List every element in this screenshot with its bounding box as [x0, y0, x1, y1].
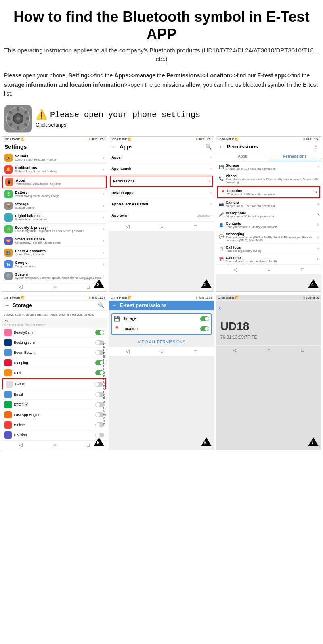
perm-messaging[interactable]: 💬 Messaging Read your messages (SMS or M… [216, 230, 321, 244]
screen4-description: Allows apps to access photos, media, and… [2, 311, 107, 319]
app-dianping[interactable]: Dianping [2, 358, 107, 368]
screen3-permissions: China Mobile 📶 🔋48% 11:58 ← Permissions … [216, 136, 321, 292]
apps-app-launch[interactable]: App launch › [109, 163, 214, 175]
settings-notifications[interactable]: 🔔 Notifications Badges, Lock screen noti… [2, 164, 107, 176]
screen5-navbar: ◁○□ [109, 347, 214, 356]
screen3-navbar: ◁○□ [216, 265, 321, 274]
app-etest[interactable]: E-test [2, 378, 106, 389]
screen4-storage: China Mobile 📶 🔋48% 11:58 ← Storage 🔍 Al… [2, 295, 107, 450]
app-email[interactable]: Email [2, 390, 107, 400]
page-header: How to find the Bluetooth symbol in E-Te… [0, 0, 323, 67]
app-hilives[interactable]: HiLives [2, 420, 107, 430]
perm-phone[interactable]: 📞 Phone Read device status and identity,… [216, 172, 321, 186]
storage-icon: 📦 [4, 202, 13, 210]
apps-appgallery-assistant[interactable]: AppGallery Assistant › [109, 199, 214, 210]
settings-gear-icon [4, 105, 32, 133]
settings-system[interactable]: ⚙️ System System navigation, Software up… [2, 270, 107, 282]
perm-microphone[interactable]: 🎤 Microphone 44 apps out of 95 have this… [216, 209, 321, 220]
screen1-settings: China Mobile 📶 🔋48% 11:58 Settings 🔊 Sou… [2, 136, 107, 292]
screen6-status: China Mobile 📶 🔋91% 08:56 [216, 295, 321, 301]
settings-smart-assistance[interactable]: 🤝 Smart assistance Accessibility, HiTouc… [2, 235, 107, 247]
app-boom-beach[interactable]: Boom Beach [2, 348, 107, 358]
screen2-header: ← Apps 🔍 [109, 142, 214, 152]
screen5-header: ← E-test permissions [109, 301, 214, 311]
screen5-status: China Mobile 📶 🔋48% 11:59 [109, 295, 214, 301]
screen6-ble-device: China Mobile 📶 🔋91% 08:56 ‹ UD18 76:01:1… [216, 295, 321, 450]
tab-apps[interactable]: Apps [216, 152, 269, 161]
app-hivision[interactable]: HiVision [2, 430, 107, 440]
settings-security[interactable]: 🔒 Security & privacy Face recognition, F… [2, 224, 107, 235]
app-booking[interactable]: Booking.com [2, 338, 107, 348]
back-arrow-icon2[interactable]: ← [219, 144, 224, 150]
screen1-status: China Mobile 📶 🔋48% 11:58 [2, 137, 107, 142]
device-name: UD18 [220, 320, 317, 333]
screen1-header: Settings [2, 142, 107, 152]
screen1-body: 🔊 Sounds Do not disturb, Ringtone, Vibra… [2, 152, 107, 282]
perm-storage[interactable]: 💾 Storage 97 apps out of 124 have this p… [216, 162, 321, 172]
screenshots-row2: China Mobile 📶 🔋48% 11:58 ← Storage 🔍 Al… [0, 293, 323, 452]
screen3-tabs: Apps Permissions [216, 152, 321, 162]
digital-balance-icon: ⚖️ [4, 213, 13, 222]
apps-default-apps[interactable]: Default apps › [109, 188, 214, 199]
back-chevron-icon[interactable]: ‹ [219, 304, 221, 312]
settings-battery[interactable]: 🔋 Battery Power saving mode, Battery usa… [2, 188, 107, 200]
back-arrow-icon[interactable]: ← [111, 144, 117, 150]
click-settings-label: Click settings [36, 122, 200, 128]
screen2-status: China Mobile 📶 🔋48% 11:58 [109, 137, 214, 142]
app-beautycam[interactable]: BeautyCam [2, 328, 107, 338]
settings-google[interactable]: G Google Google services › [2, 259, 107, 270]
screen4-navbar: ◁○□ [2, 440, 107, 450]
settings-users-accounts[interactable]: 👥 Users & accounts Users, Cloud, Account… [2, 247, 107, 259]
step-badge-6: 6 [201, 437, 212, 447]
notifications-icon: 🔔 [4, 165, 13, 174]
sounds-icon: 🔊 [4, 154, 13, 162]
app-fast-app-engine[interactable]: Fast App Engine [2, 410, 107, 420]
more-icon[interactable]: ⋮ [313, 144, 319, 150]
screen2-navbar: ◁○□ [109, 222, 214, 231]
search-icon2[interactable]: 🔍 [98, 302, 104, 308]
screen1-navbar: ◁○□ [2, 282, 107, 291]
app-etc[interactable]: ETC车宝 [2, 400, 107, 410]
etest-location-toggle[interactable]: 📍 Location [112, 324, 210, 334]
settings-digital-balance[interactable]: ⚖️ Digital balance Screen time managemen… [2, 212, 107, 224]
perm-camera[interactable]: 📷 Camera 50 apps out of 109 have this pe… [216, 199, 321, 209]
screen2-apps: China Mobile 📶 🔋48% 11:58 ← Apps 🔍 Apps … [109, 136, 214, 292]
perm-contacts[interactable]: 👤 Contacts Read your contacts, Modify yo… [216, 220, 321, 230]
screen6-navbar: ◁○□ [216, 345, 321, 355]
apps-permissions[interactable]: Permissions › [110, 176, 213, 187]
step-badge-2: 2 [94, 279, 104, 289]
view-all-permissions-btn[interactable]: VIEW ALL PERMISSIONS [109, 337, 214, 347]
perm-calendar[interactable]: 📅 Calendar Read calendar events and deta… [216, 254, 321, 265]
screen5-etest-permissions: China Mobile 📶 🔋48% 11:59 ← E-test permi… [109, 295, 214, 450]
svg-point-2 [16, 117, 20, 121]
tab-permissions[interactable]: Permissions [268, 152, 321, 161]
back-arrow-icon4[interactable]: ← [111, 302, 117, 309]
perm-call-logs[interactable]: 📋 Call logs Read call log, Modify call l… [216, 244, 321, 254]
apps-app-twin[interactable]: App twin Disabled › [109, 210, 214, 222]
battery-icon: 🔋 [4, 190, 13, 198]
search-icon[interactable]: 🔍 [205, 144, 212, 150]
step-badge-4: 4 [308, 279, 319, 289]
alpha-scroll-index: ABCDEFGHIJKLMNOPQRSTUVWXYZ [103, 341, 107, 427]
svg-rect-6 [26, 117, 29, 120]
screen3-status: China Mobile 📶 🔋48% 11:58 [216, 137, 321, 142]
warning-icon: ⚠️ [36, 109, 48, 120]
back-arrow-icon3[interactable]: ← [4, 302, 10, 309]
app-didi[interactable]: DiDi [2, 368, 107, 378]
svg-rect-3 [17, 107, 19, 111]
apps-apps-item[interactable]: Apps › [109, 152, 214, 163]
system-icon: ⚙️ [4, 272, 13, 280]
perm-location[interactable]: 📍 Location 70 apps out of 100 have this … [217, 186, 320, 198]
settings-storage[interactable]: 📦 Storage Storage cleaner › [2, 200, 107, 212]
apps-icon: 📱 [5, 178, 13, 186]
svg-rect-5 [7, 117, 10, 120]
etest-perms-box: 💾 Storage 📍 Location [111, 313, 211, 335]
screen3-body: 💾 Storage 97 apps out of 124 have this p… [216, 162, 321, 265]
settings-apps[interactable]: 📱 Apps Permissions, Default apps, App tw… [2, 176, 107, 188]
google-icon: G [4, 260, 13, 268]
screen6-device-info: UD18 76:01:13:99:7F:FE [216, 314, 321, 345]
step-badge-7: 7 [308, 437, 319, 447]
settings-sounds[interactable]: 🔊 Sounds Do not disturb, Ringtone, Vibra… [2, 152, 107, 164]
etest-storage-toggle[interactable]: 💾 Storage [112, 314, 210, 324]
step-badge-5: 5 [94, 437, 104, 447]
